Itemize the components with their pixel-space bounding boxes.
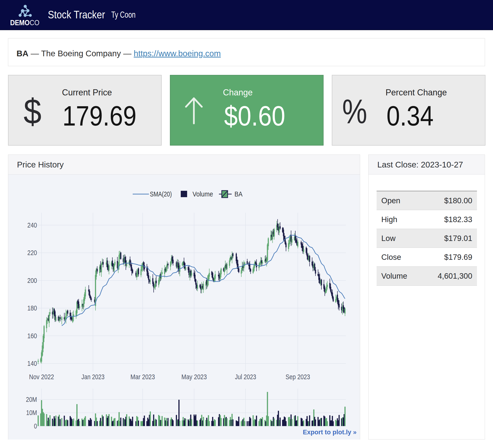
svg-text:200: 200 <box>27 277 37 284</box>
svg-text:Mar 2023: Mar 2023 <box>131 373 155 381</box>
svg-text:0: 0 <box>34 422 37 430</box>
svg-text:Nov 2022: Nov 2022 <box>29 373 54 381</box>
svg-text:Jan 2023: Jan 2023 <box>81 373 105 381</box>
svg-text:10M: 10M <box>26 409 37 416</box>
svg-text:140: 140 <box>27 360 37 367</box>
svg-text:20M: 20M <box>26 396 37 403</box>
svg-text:SMA(20): SMA(20) <box>150 190 172 198</box>
svg-text:Jul 2023: Jul 2023 <box>235 373 256 381</box>
svg-text:160: 160 <box>27 332 37 340</box>
svg-text:180: 180 <box>27 304 37 312</box>
svg-text:May 2023: May 2023 <box>181 373 207 381</box>
svg-text:Sep 2023: Sep 2023 <box>286 373 310 381</box>
svg-text:Volume: Volume <box>192 190 213 198</box>
svg-text:240: 240 <box>27 221 37 229</box>
svg-text:BA: BA <box>235 190 243 198</box>
svg-text:220: 220 <box>27 249 37 256</box>
